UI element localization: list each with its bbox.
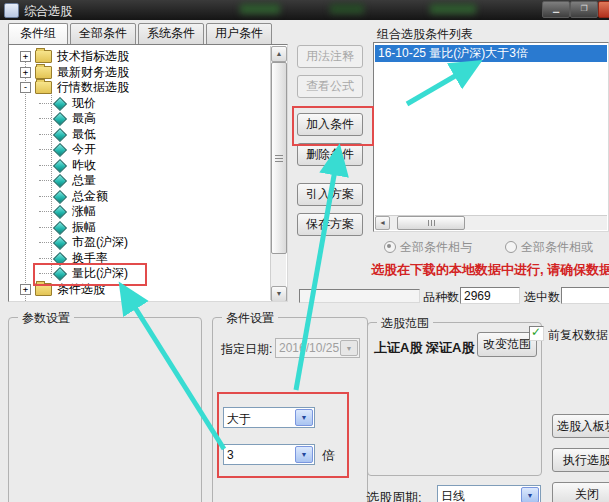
gem-icon: [53, 204, 67, 218]
window-title: 综合选股: [24, 3, 72, 20]
folder-icon: [35, 50, 52, 63]
chevron-down-icon: ▼: [340, 340, 358, 356]
chevron-down-icon[interactable]: ▼: [521, 487, 539, 502]
tree-connector: [39, 227, 51, 228]
tree-connector: [39, 118, 51, 119]
tree-item-tech[interactable]: + 技术指标选股: [20, 49, 129, 64]
scope-group-title: 选股范围: [377, 315, 433, 332]
tree-item-label: 市盈(沪深): [72, 234, 128, 251]
chevron-down-icon[interactable]: ▼: [295, 446, 313, 463]
close-button[interactable]: 关闭: [552, 482, 609, 502]
thumb-grip: [275, 158, 283, 159]
date-value: 2016/10/25: [279, 341, 339, 355]
minimize-button[interactable]: ▁: [542, 1, 570, 18]
background-blur: [430, 4, 476, 14]
tree-item-amount[interactable]: 总金额: [39, 189, 108, 204]
date-combobox: 2016/10/25 ▼: [275, 338, 360, 358]
background-blur: [240, 4, 280, 14]
tree-item-amplitude[interactable]: 振幅: [39, 220, 96, 235]
tree-item-volume[interactable]: 总量: [39, 173, 96, 188]
times-value: 3: [227, 448, 234, 462]
times-combobox[interactable]: 3 ▼: [223, 444, 315, 465]
times-unit-label: 倍: [322, 447, 335, 465]
folder-icon: [35, 283, 52, 296]
tree-item-open[interactable]: 今开: [39, 142, 96, 157]
condition-tree[interactable]: + 技术指标选股 + 最新财务选股 - 行情数据选股 现价 最高 最低: [8, 44, 288, 302]
operator-combobox[interactable]: 大于 ▼: [223, 407, 315, 428]
tree-connector: [39, 103, 51, 104]
select-to-block-button[interactable]: 选股入板块: [552, 414, 609, 438]
gem-icon: [53, 158, 67, 172]
tree-scrollbar[interactable]: ▲ ▼: [270, 46, 286, 300]
tree-item-pe-ratio[interactable]: 市盈(沪深): [39, 235, 128, 250]
gem-icon: [53, 251, 67, 265]
condition-settings-title: 条件设置: [222, 310, 278, 327]
species-count-field[interactable]: 2969: [460, 287, 520, 304]
delete-condition-button[interactable]: 删除条件: [297, 143, 363, 166]
gem-icon: [53, 266, 67, 280]
radio-all-or-label: 全部条件相或: [521, 239, 593, 256]
radio-all-or: [505, 241, 517, 253]
tab-condition-group[interactable]: 条件组: [8, 23, 68, 46]
tree-connector: [39, 165, 51, 166]
tree-item-high[interactable]: 最高: [39, 111, 96, 126]
radio-all-and-label: 全部条件相与: [400, 239, 472, 256]
tree-item-turnover[interactable]: 换手率: [39, 251, 108, 266]
tree-item-change-pct[interactable]: 涨幅: [39, 204, 96, 219]
selected-count-field[interactable]: [561, 287, 609, 304]
tree-item-label: 条件选股: [57, 281, 105, 298]
tree-connector: [39, 211, 51, 212]
maximize-button[interactable]: ❐: [570, 1, 598, 18]
tree-item-volume-ratio[interactable]: 量比(沪深): [39, 266, 128, 281]
tree-item-label: 行情数据选股: [57, 79, 129, 96]
tab-user-conditions[interactable]: 用户条件: [206, 23, 272, 45]
scrollbar-thumb[interactable]: [397, 216, 465, 230]
parameter-settings-group: 参数设置: [8, 317, 202, 502]
view-formula-button: 查看公式: [297, 75, 363, 98]
period-value: 日线: [441, 488, 465, 502]
title-bar: 综合选股 ▁ ❐ ✕: [0, 0, 609, 20]
forward-adjust-checkbox[interactable]: ✓: [529, 326, 544, 341]
date-label: 指定日期:: [221, 341, 272, 358]
tree-item-condition-select[interactable]: + 条件选股: [20, 282, 105, 297]
scroll-left-icon[interactable]: ◄: [375, 216, 390, 230]
expand-icon[interactable]: +: [20, 67, 31, 78]
tree-connector: [39, 134, 51, 135]
tree-item-label: 涨幅: [72, 203, 96, 220]
period-combobox[interactable]: 日线 ▼: [437, 485, 541, 502]
usage-notes-button: 用法注释: [297, 45, 363, 68]
scroll-up-icon[interactable]: ▲: [271, 46, 287, 62]
scrollbar-thumb[interactable]: [271, 62, 287, 254]
list-h-scrollbar[interactable]: ◄: [375, 215, 607, 230]
scroll-down-icon[interactable]: ▼: [271, 286, 287, 302]
combined-condition-list[interactable]: 16-10-25 量比(沪深)大于3倍 ◄: [373, 42, 609, 232]
gem-icon: [53, 235, 67, 249]
gem-icon: [53, 142, 67, 156]
tree-item-label: 技术指标选股: [57, 48, 129, 65]
tree-item-current-price[interactable]: 现价: [39, 96, 96, 111]
tree-connector: [39, 242, 51, 243]
expand-icon[interactable]: +: [20, 284, 31, 295]
tree-item-finance[interactable]: + 最新财务选股: [20, 65, 129, 80]
stock-selector-dialog: 综合选股 ▁ ❐ ✕ 条件组 全部条件 系统条件 用户条件 + 技术指标选股 +…: [0, 0, 609, 502]
tree-connector: [39, 258, 51, 259]
warning-text: 选股在下载的本地数据中进行, 请确保数据完整: [371, 261, 609, 279]
save-plan-button[interactable]: 保存方案: [297, 213, 363, 236]
import-plan-button[interactable]: 引入方案: [297, 183, 363, 206]
expand-icon[interactable]: +: [20, 51, 31, 62]
list-item-selected[interactable]: 16-10-25 量比(沪深)大于3倍: [375, 45, 607, 62]
tree-item-market-data[interactable]: - 行情数据选股: [20, 80, 129, 95]
gem-icon: [53, 189, 67, 203]
status-bar: [299, 289, 420, 303]
change-scope-button[interactable]: 改变范围: [477, 332, 537, 357]
chevron-down-icon[interactable]: ▼: [295, 409, 313, 426]
tree-item-label: 今开: [72, 141, 96, 158]
tab-system-conditions[interactable]: 系统条件: [138, 23, 204, 45]
add-condition-button[interactable]: 加入条件: [297, 113, 363, 136]
tab-all-conditions[interactable]: 全部条件: [70, 23, 136, 45]
collapse-icon[interactable]: -: [20, 82, 31, 93]
execute-selection-button[interactable]: 执行选股: [552, 448, 609, 472]
tree-item-prev-close[interactable]: 昨收: [39, 158, 96, 173]
tree-item-low[interactable]: 最低: [39, 127, 96, 142]
close-window-button[interactable]: ✕: [598, 1, 609, 18]
